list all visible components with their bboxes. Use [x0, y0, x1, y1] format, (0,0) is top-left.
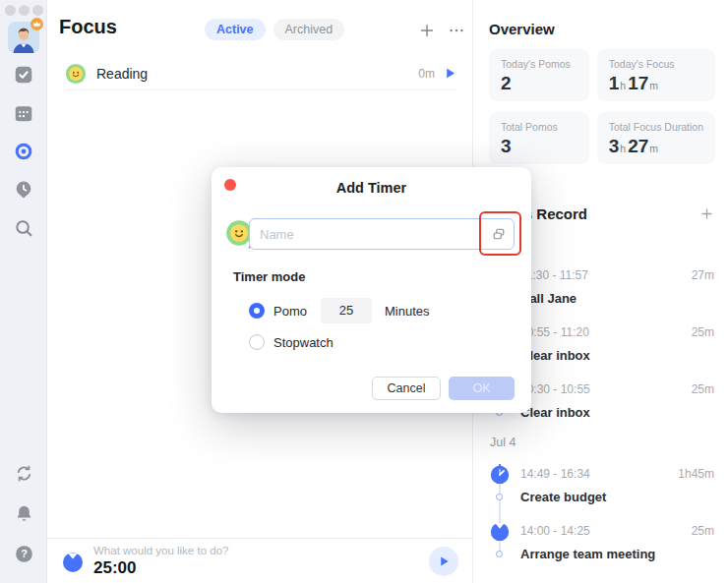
record-duration: 1h45m: [678, 467, 714, 481]
stat-card: Total Pomos3: [489, 112, 589, 164]
sidebar-item-tasks[interactable]: [12, 63, 35, 87]
avatar[interactable]: [8, 22, 39, 53]
tasks-icon: [13, 64, 34, 86]
sidebar-nav: [0, 63, 47, 240]
record-date-header: Jul 4: [490, 436, 714, 453]
overview-title: Overview: [489, 21, 555, 37]
premium-badge-icon: [30, 18, 43, 30]
more-options-button[interactable]: [447, 21, 466, 40]
tab-active[interactable]: Active: [205, 19, 266, 40]
add-timer-button[interactable]: [417, 21, 437, 40]
stat-label: Today's Focus: [609, 58, 703, 70]
start-focus-button[interactable]: [429, 547, 458, 576]
add-record-button[interactable]: [698, 204, 715, 222]
record-task-name: Create budget: [520, 490, 606, 504]
sidebar-item-focus[interactable]: [12, 140, 35, 163]
quick-start-bar: 25:00: [47, 538, 472, 583]
overview-cards: Today's Pomos2Today's Focus1h17mTotal Po…: [489, 49, 715, 164]
stat-card: Total Focus Duration3h27m: [597, 112, 715, 164]
dialog-buttons: Cancel OK: [372, 377, 515, 400]
record-entry[interactable]: 14:49 - 16:341h45mCreate budget: [489, 463, 714, 507]
notifications-icon: [14, 503, 34, 524]
record-group: Jul 414:49 - 16:341h45mCreate budget14:0…: [489, 436, 714, 564]
ok-button[interactable]: OK: [449, 377, 515, 400]
window-controls: [5, 5, 43, 16]
focus-icon: [13, 141, 34, 162]
option-pomo: Pomo 25 Minutes: [249, 298, 430, 323]
help-icon: ?: [14, 544, 34, 564]
task-bullet-icon: [496, 494, 503, 500]
record-task-name: Clear inbox: [520, 405, 590, 420]
window-zoom-button[interactable]: [32, 5, 43, 16]
timer-duration: 0m: [418, 67, 435, 81]
notifications-button[interactable]: [12, 501, 35, 525]
page-title: Focus: [59, 16, 117, 38]
plus-icon: [418, 22, 436, 39]
sync-icon: [14, 463, 34, 484]
stat-value: 2: [501, 73, 577, 94]
dialog-title: Add Timer: [212, 180, 531, 196]
choose-template-button[interactable]: [484, 219, 514, 249]
record-duration: 25m: [692, 382, 714, 396]
sidebar-item-search[interactable]: [12, 216, 35, 240]
record-task-name: Arrange team meeting: [520, 547, 655, 561]
record-time-range: 14:49 - 16:34: [520, 467, 590, 481]
stat-card: Today's Pomos2: [489, 49, 589, 101]
sidebar-item-calendar[interactable]: [12, 101, 35, 125]
task-input[interactable]: [93, 545, 310, 557]
pomo-icon: [489, 520, 511, 542]
help-button[interactable]: ?: [12, 542, 35, 565]
task-bullet-icon: [496, 551, 503, 557]
habit-icon: [13, 179, 34, 201]
record-duration: 27m: [692, 268, 714, 282]
timer-name: Reading: [96, 66, 148, 82]
timer-list-item-reading[interactable]: Reading 0m: [65, 57, 456, 90]
window-minimize-button[interactable]: [19, 5, 30, 16]
sidebar-bottom: ?: [0, 461, 47, 565]
timer-name-field: [249, 218, 515, 250]
svg-text:?: ?: [21, 548, 28, 559]
more-icon: [448, 22, 465, 39]
sidebar: ?: [0, 0, 47, 583]
tab-archived[interactable]: Archived: [273, 19, 345, 40]
stat-label: Total Pomos: [501, 121, 577, 133]
sync-button[interactable]: [12, 461, 35, 485]
option-stopwatch: Stopwatch: [249, 334, 334, 350]
sidebar-item-habit[interactable]: [12, 178, 35, 202]
stopwatch-radio[interactable]: [249, 334, 265, 350]
timer-mode-label: Timer mode: [233, 269, 305, 284]
pomo-radio[interactable]: [249, 303, 265, 319]
record-time-range: 14:00 - 14:25: [520, 524, 590, 538]
stat-label: Today's Pomos: [501, 58, 577, 70]
stopwatch-label: Stopwatch: [273, 335, 334, 350]
tabs: Active Archived: [205, 19, 344, 40]
cancel-button[interactable]: Cancel: [372, 377, 441, 400]
window-close-button[interactable]: [5, 5, 16, 16]
minutes-input[interactable]: 25: [321, 298, 372, 323]
play-icon: [438, 555, 450, 567]
plus-icon: [699, 206, 714, 221]
pomo-label: Pomo: [273, 304, 307, 319]
stat-label: Total Focus Duration: [609, 121, 703, 133]
stat-value: 3h27m: [609, 136, 703, 157]
stopwatch-icon: [489, 463, 511, 485]
timer-name-input[interactable]: [260, 227, 484, 242]
minutes-label: Minutes: [385, 304, 430, 319]
play-icon[interactable]: [444, 67, 456, 80]
stat-card: Today's Focus1h17m: [597, 49, 715, 101]
add-timer-dialog: Add Timer Timer mode Pomo 25: [212, 167, 531, 413]
pomo-length[interactable]: 25:00: [93, 558, 310, 578]
calendar-icon: [13, 102, 34, 124]
record-entry[interactable]: 14:00 - 14:2525mArrange team meeting: [489, 520, 714, 564]
smiley-icon: [65, 63, 87, 85]
record-duration: 25m: [692, 325, 714, 339]
pomo-icon: [61, 550, 85, 573]
copy-icon: [491, 226, 507, 242]
stat-value: 1h17m: [609, 73, 703, 94]
search-icon: [13, 217, 34, 239]
stat-value: 3: [501, 136, 577, 157]
record-duration: 25m: [692, 524, 714, 538]
